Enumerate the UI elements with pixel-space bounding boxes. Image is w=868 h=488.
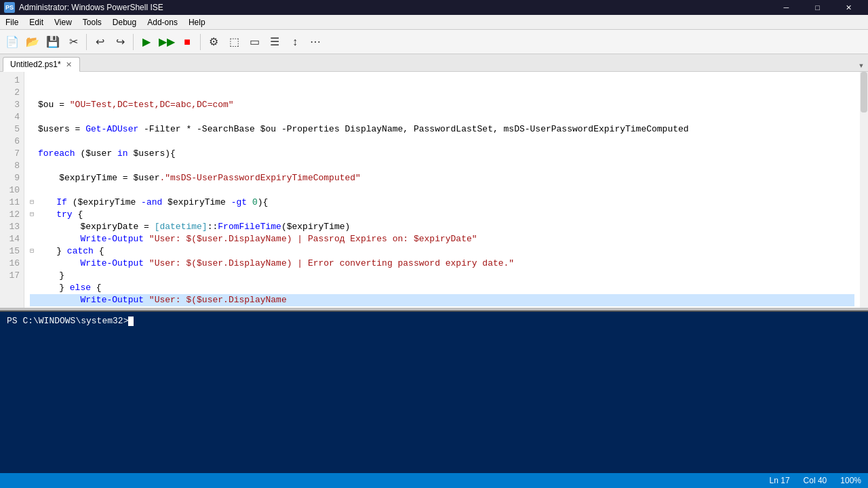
tab-untitled2[interactable]: Untitled2.ps1* ✕ <box>3 57 80 72</box>
cmd-button-3[interactable]: ▭ <box>245 33 264 52</box>
minimize-button[interactable]: ─ <box>771 0 802 15</box>
collapse-icon-13[interactable]: ⊟ <box>30 245 34 258</box>
titlebar: PS Administrator: Windows PowerShell ISE… <box>0 0 868 15</box>
menu-item-help[interactable]: Help <box>183 15 211 29</box>
menu-item-view[interactable]: View <box>49 15 77 29</box>
close-button[interactable]: ✕ <box>833 0 864 15</box>
menu-item-add-ons[interactable]: Add-ons <box>142 15 183 29</box>
line-number-13: 13 <box>3 221 20 233</box>
token <box>144 233 149 245</box>
token: $user <box>133 172 159 184</box>
token: ){ <box>165 148 176 160</box>
code-line-16: } else { <box>30 282 854 294</box>
token: $expiryTime <box>77 197 136 209</box>
terminal-prompt: PS C:\WINDOWS\system32> <box>7 316 128 326</box>
cut-button[interactable]: ✂ <box>64 33 83 52</box>
line-numbers: 1234567891011121314151617 <box>0 72 24 308</box>
token: else <box>70 282 91 294</box>
app-icon: PS <box>4 2 15 13</box>
token: in <box>112 148 133 160</box>
terminal-cursor <box>128 317 134 326</box>
line-number-5: 5 <box>3 123 20 136</box>
line-number-16: 16 <box>3 258 20 270</box>
line-number-17: 17 <box>3 270 20 282</box>
cmd-button-1[interactable]: ⚙ <box>204 33 223 52</box>
redo-button[interactable]: ↪ <box>111 33 130 52</box>
new-button[interactable]: 📄 <box>3 33 22 52</box>
menu-item-debug[interactable]: Debug <box>107 15 142 29</box>
token: = <box>117 172 133 184</box>
menu-item-file[interactable]: File <box>0 15 24 29</box>
stop-button[interactable]: ■ <box>178 33 197 52</box>
cmd-button-5[interactable]: ↕ <box>285 33 304 52</box>
tab-label: Untitled2.ps1* <box>10 60 61 69</box>
token: 0 <box>252 197 258 209</box>
menubar: FileEditViewToolsDebugAdd-onsHelp <box>0 15 868 30</box>
line-number-10: 10 <box>3 184 20 197</box>
token: foreach <box>38 148 75 160</box>
code-line-1: $ou = "OU=Test,DC=test,DC=abc,DC=com" <box>30 99 854 111</box>
token: $user <box>85 148 112 160</box>
token: ) <box>345 221 351 233</box>
window-controls: ─ □ ✕ <box>771 0 864 15</box>
token: -Properties <box>276 123 344 136</box>
save-button[interactable]: 💾 <box>43 33 62 52</box>
token: } <box>35 245 67 258</box>
token: { <box>73 209 83 221</box>
scrollbar-track[interactable] <box>860 72 868 308</box>
open-button[interactable]: 📂 <box>23 33 42 52</box>
token: If <box>56 197 67 209</box>
menu-item-tools[interactable]: Tools <box>77 15 107 29</box>
token: ( <box>281 221 287 233</box>
run-selection-button[interactable]: ▶▶ <box>157 33 176 52</box>
code-area[interactable]: $ou = "OU=Test,DC=test,DC=abc,DC=com"$us… <box>24 72 860 308</box>
terminal-pane[interactable]: PS C:\WINDOWS\system32> <box>0 310 868 473</box>
token: $ou <box>260 123 276 136</box>
line-number-1: 1 <box>3 75 20 87</box>
token: "User: $($user.DisplayName) | Passrод Ex… <box>149 233 477 245</box>
show-addons-icon[interactable]: ▾ <box>854 60 868 71</box>
token: $expiryTime <box>287 221 345 233</box>
code-line-15: } <box>30 270 854 282</box>
tab-close-button[interactable]: ✕ <box>65 60 73 69</box>
token: ( <box>67 197 78 209</box>
statusbar: Ln 17 Col 40 100% <box>0 473 868 488</box>
token <box>38 294 80 306</box>
token: $users <box>133 148 165 160</box>
collapse-icon-9[interactable]: ⊟ <box>30 197 34 209</box>
token: } <box>38 282 70 294</box>
maximize-button[interactable]: □ <box>802 0 833 15</box>
collapse-icon-10[interactable]: ⊟ <box>30 209 34 221</box>
token: = <box>138 221 154 233</box>
toolbar-separator-1 <box>86 34 87 50</box>
toolbar-separator-2 <box>133 34 134 50</box>
token: "User: $($user.DisplayName <box>149 294 287 306</box>
line-number-7: 7 <box>3 148 20 160</box>
script-content[interactable]: 1234567891011121314151617 $ou = "OU=Test… <box>0 72 868 308</box>
cmd-button-6[interactable]: ⋯ <box>306 33 325 52</box>
cmd-button-2[interactable]: ⬚ <box>224 33 243 52</box>
status-col: Col 40 <box>804 476 827 485</box>
toolbar: 📄 📂 💾 ✂ ↩ ↪ ▶ ▶▶ ■ ⚙ ⬚ ▭ ☰ ↕ ⋯ <box>0 30 868 54</box>
code-line-2 <box>30 111 854 123</box>
main-area: 1234567891011121314151617 $ou = "OU=Test… <box>0 72 868 473</box>
menu-item-edit[interactable]: Edit <box>24 15 49 29</box>
undo-button[interactable]: ↩ <box>90 33 109 52</box>
token: -and <box>136 197 167 209</box>
token: { <box>91 282 102 294</box>
line-number-6: 6 <box>3 136 20 148</box>
scrollbar-thumb[interactable] <box>861 72 867 113</box>
token <box>35 197 56 209</box>
token: $users <box>38 123 70 136</box>
token <box>38 233 80 245</box>
code-line-12: Write-Output "User: $($user.DisplayName)… <box>30 233 854 245</box>
token: "OU=Test,DC=test,DC=abc,DC=com" <box>70 99 234 111</box>
cmd-button-4[interactable]: ☰ <box>265 33 284 52</box>
run-button[interactable]: ▶ <box>137 33 156 52</box>
code-line-8 <box>30 184 854 197</box>
line-number-15: 15 <box>3 245 20 258</box>
token: try <box>56 209 72 221</box>
code-line-10: ⊟ try { <box>30 209 854 221</box>
code-line-3: $users = Get-ADUser -Filter * -SearchBas… <box>30 123 854 136</box>
code-line-4 <box>30 136 854 148</box>
